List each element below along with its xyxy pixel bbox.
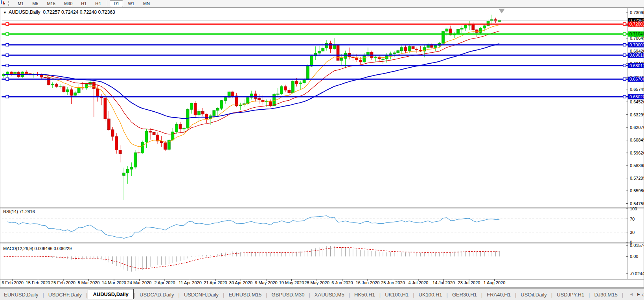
price-tick-label: 0.63295 — [630, 112, 644, 117]
chart-tab-xauusd-m5[interactable]: XAUUSD,M5 — [311, 290, 348, 299]
chart-ohlc-values: 0.72257 0.72424 0.72248 0.72363 — [43, 9, 115, 15]
candle-body — [85, 85, 88, 88]
tab-separator: | — [223, 292, 224, 298]
timeframe-button-h1[interactable]: H1 — [77, 0, 90, 7]
candle-body — [190, 103, 193, 109]
line-handle[interactable] — [6, 33, 9, 35]
candle-body — [70, 90, 73, 96]
chart-tab-usdcad-daily[interactable]: USDCAD,Daily — [136, 290, 178, 299]
candle-body — [344, 53, 347, 58]
timeframe-button-m30[interactable]: M30 — [60, 0, 76, 7]
line-handle[interactable] — [623, 78, 626, 81]
date-label: 21 Apr 2020 — [204, 280, 227, 285]
chart-tab-fra40-h1[interactable]: FRA40,H1 — [483, 290, 515, 299]
candle-body — [194, 103, 197, 115]
line-handle[interactable] — [6, 54, 9, 57]
date-label: 28 May 2020 — [304, 280, 329, 285]
tab-separator: | — [266, 292, 267, 298]
candle-body — [366, 52, 369, 55]
chart-tab-usdchf-daily[interactable]: USDCHF,Daily — [44, 290, 86, 299]
candle-body — [201, 112, 204, 114]
candle-body — [74, 93, 77, 96]
chart-tab-dj30-m15[interactable]: DJ30,M15 — [590, 290, 621, 299]
date-label: 23 Jul 2020 — [458, 280, 480, 285]
candle-body — [220, 101, 223, 109]
candle-body — [115, 136, 118, 150]
candle-body — [51, 85, 54, 85]
line-handle[interactable] — [623, 54, 626, 57]
tab-scroll-right-icon[interactable]: ► — [637, 292, 641, 296]
timeframe-button-m15[interactable]: M15 — [43, 0, 59, 7]
chart-tab-hk50-h1[interactable]: HK50,H1 — [350, 290, 379, 299]
timeframe-button-d1[interactable]: D1 — [110, 0, 123, 7]
candle-body — [126, 169, 129, 173]
candle-body — [322, 48, 324, 51]
toolbar-separator — [107, 1, 107, 6]
date-label: 6 Jun 2020 — [331, 280, 353, 285]
line-handle[interactable] — [623, 43, 626, 46]
line-handle[interactable] — [623, 23, 626, 26]
candle-body — [276, 94, 279, 95]
chart-tab-bar: EURUSD,Daily|USDCHF,Daily|AUDUSD,Daily|U… — [0, 288, 644, 300]
macd-indicator-label: MACD(12,26,9) 0.006496 0.006229 — [3, 246, 72, 251]
candle-body — [25, 72, 28, 74]
price-badge-label: 0.72001 — [629, 22, 644, 26]
date-label: 30 Apr 2020 — [229, 280, 252, 285]
price-tick-label: 0.55980 — [630, 188, 644, 193]
candle-body — [479, 28, 482, 33]
candle-body — [164, 143, 167, 149]
timeframe-button-w1[interactable]: W1 — [124, 0, 138, 7]
triangle-down-icon[interactable]: ▼ — [3, 11, 7, 15]
chart-tab-gbpusd-m30[interactable]: GBPUSD,M30 — [268, 290, 309, 299]
candle-body — [171, 132, 174, 140]
chart-tab-uk100-h1[interactable]: UK100,H1 — [415, 290, 446, 299]
macd-tick-label: -0.02441 — [630, 271, 644, 276]
chart-tab-usdcnh-daily[interactable]: USDCNH,Daily — [180, 290, 223, 299]
candle-body — [483, 26, 486, 28]
chart-tab-eurusd-m15[interactable]: EURUSD,M15 — [224, 290, 265, 299]
rsi-tick-label: 30 — [630, 230, 635, 235]
timeframe-button-mn[interactable]: MN — [139, 0, 154, 7]
timeframe-button-m1[interactable]: M1 — [14, 0, 28, 7]
candle-body — [141, 142, 144, 153]
price-tick-label: 0.57205 — [630, 176, 644, 180]
tab-scroll-left-icon[interactable]: ◄ — [629, 292, 633, 296]
chart-tab-ger30-h1[interactable]: GER30,H1 — [448, 290, 481, 299]
line-handle[interactable] — [6, 43, 9, 46]
candle-body — [66, 90, 69, 92]
price-badge-label: 0.65020 — [629, 94, 644, 99]
candle-body — [55, 85, 58, 87]
candle-body — [205, 114, 208, 119]
tab-separator: | — [515, 292, 516, 298]
candle-body — [111, 130, 114, 136]
date-label: 25 Feb 2020 — [51, 280, 75, 285]
candle-body — [340, 59, 343, 61]
date-label: 4 Jul 2020 — [408, 280, 429, 285]
date-label: 24 Mar 2020 — [127, 280, 152, 285]
candle-body — [408, 46, 411, 51]
chart-tab-eurusd-daily[interactable]: EURUSD,Daily — [0, 290, 42, 299]
candle-body — [288, 90, 291, 93]
chart-tab-audusd-daily[interactable]: AUDUSD,Daily — [88, 289, 133, 299]
timeframe-button-h4[interactable]: H4 — [91, 0, 105, 7]
chart-tab-uk100-h1[interactable]: UK100,H1 — [381, 290, 412, 299]
candle-body — [104, 98, 107, 119]
line-handle[interactable] — [6, 64, 9, 67]
line-handle[interactable] — [623, 95, 626, 98]
line-handle[interactable] — [623, 33, 626, 35]
date-label: 14 Mar 2020 — [102, 280, 126, 285]
line-handle[interactable] — [6, 23, 9, 26]
chart-tab-usdjpy-h1[interactable]: USDJPY,H1 — [553, 290, 588, 299]
candle-body — [468, 25, 471, 26]
line-handle[interactable] — [6, 95, 9, 98]
timeframe-button-m5[interactable]: M5 — [28, 0, 42, 7]
chart-tab-usoil-daily[interactable]: USOil,Daily — [517, 290, 550, 299]
candle-body — [213, 110, 215, 116]
toolbar-grip[interactable] — [8, 1, 11, 6]
line-handle[interactable] — [6, 78, 9, 81]
price-tick-label: 0.64520 — [630, 99, 644, 104]
candle-body — [382, 59, 385, 60]
line-handle[interactable] — [623, 64, 626, 67]
candle-body — [183, 128, 186, 129]
date-label: 16 Jun 2020 — [356, 280, 380, 285]
